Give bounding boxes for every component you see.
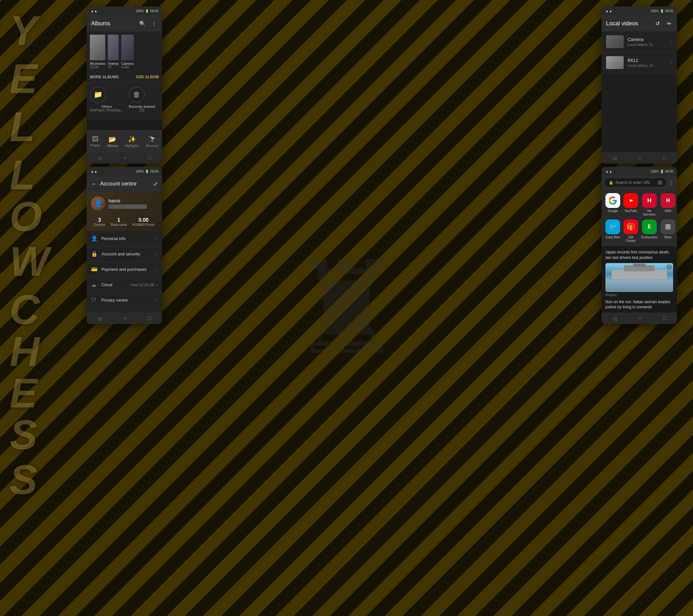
account-centre-title: Account centre bbox=[100, 181, 150, 187]
user-stats: 3 Devices 1 Bank cards 0.00 HUAWEI Point… bbox=[91, 214, 158, 226]
more-icon: ⊞ bbox=[660, 219, 675, 234]
album-camera[interactable]: Camera 5,082 bbox=[121, 35, 134, 69]
nav-photos[interactable]: 🖼 Photos bbox=[90, 135, 100, 147]
videos-list: Camera Local videos: 51 › B612 Local vid… bbox=[601, 32, 677, 73]
browser-app-grid: Google YouTube H He Services H HRS bbox=[601, 189, 677, 246]
video-arrow-b612: › bbox=[671, 60, 672, 65]
videos-back-nav[interactable]: ◁ bbox=[612, 155, 616, 161]
vt2-s: S bbox=[9, 411, 38, 459]
hrs-icon: H bbox=[660, 193, 675, 208]
account-back-nav[interactable]: ◁ bbox=[98, 315, 101, 321]
videos-app-bar: Local videos ↺ ✏ bbox=[601, 15, 677, 32]
videos-home-nav[interactable]: ○ bbox=[638, 155, 641, 161]
news-close-button-1[interactable]: × bbox=[667, 264, 672, 270]
browser-bar: 🔒 Search or enter URL 1 ⋮ bbox=[601, 176, 677, 189]
personal-info-icon: 👤 bbox=[91, 236, 98, 242]
highlights-nav-icon: ✨ bbox=[128, 135, 136, 143]
security-icon: 🔒 bbox=[91, 251, 98, 257]
account-header: ← Account centre ⤢ bbox=[87, 176, 162, 192]
news-image-1[interactable]: × bbox=[606, 263, 673, 292]
account-expand-button[interactable]: ⤢ bbox=[153, 181, 158, 187]
special-albums-row: 📁 Others WallPaper, WhatsApp... 🗑 Recent… bbox=[90, 82, 159, 117]
trash-icon: 🗑 bbox=[128, 87, 145, 103]
stat-devices: 3 Devices bbox=[94, 217, 105, 226]
nav-highlights[interactable]: ✨ Highlights bbox=[125, 135, 139, 147]
app-services[interactable]: H He Services bbox=[641, 193, 657, 216]
videos-refresh-button[interactable]: ↺ bbox=[654, 20, 661, 27]
albums-search-button[interactable]: 🔍 bbox=[139, 20, 146, 27]
news-source-1: Reuters bbox=[606, 293, 673, 297]
stat-bank-cards: 1 Bank cards bbox=[111, 217, 127, 226]
app-google[interactable]: Google bbox=[606, 193, 620, 216]
vt-e: E bbox=[9, 55, 38, 103]
app-youtube[interactable]: YouTube bbox=[623, 193, 638, 216]
stat-huawei-points: 0.00 HUAWEI Points bbox=[132, 217, 155, 226]
albums-more-button[interactable]: ⋮ bbox=[151, 20, 158, 27]
albums-battery-time: 100% 🔋 08:09 bbox=[135, 9, 158, 13]
url-input[interactable]: 🔒 Search or enter URL 1 bbox=[605, 178, 666, 187]
home-nav-btn[interactable]: ○ bbox=[123, 155, 126, 161]
account-home-nav[interactable]: ○ bbox=[123, 315, 126, 321]
videos-screen: ▲▲ 100% 🔋 08:08 Local videos ↺ ✏ Camera … bbox=[601, 6, 677, 164]
nav-discover[interactable]: 🔭 Discover bbox=[146, 135, 158, 147]
browser-nav-bar: ◁ ○ □ bbox=[601, 313, 677, 324]
add-album-button[interactable]: ADD ALBUM bbox=[136, 75, 159, 79]
album-all-photos[interactable]: All photos 23148 bbox=[90, 35, 105, 69]
menu-personal-info[interactable]: 👤 Personal info › bbox=[87, 231, 162, 246]
videos-recents-nav[interactable]: □ bbox=[663, 155, 666, 161]
albums-app-bar: Albums 🔍 ⋮ bbox=[87, 15, 162, 32]
app-gift-center[interactable]: 🎁 Gift Center bbox=[623, 219, 638, 242]
discover-nav-icon: 🔭 bbox=[148, 135, 156, 143]
menu-payment[interactable]: 💳 Payment and purchases › bbox=[87, 262, 162, 277]
video-thumb-camera bbox=[606, 35, 624, 48]
news-headline-1: Japan records first coronavirus death, t… bbox=[606, 250, 673, 260]
user-card: 👤 hanni 3 Devices 1 Bank cards 0.00 HUAW… bbox=[87, 192, 162, 231]
albums-screen: ▲▲ 100% 🔋 08:09 Albums 🔍 ⋮ All photos 23… bbox=[87, 6, 162, 164]
albums-nav-bar: ◁ ○ □ bbox=[87, 152, 162, 164]
app-hrs[interactable]: H HRS bbox=[660, 193, 675, 216]
browser-home-nav[interactable]: ○ bbox=[638, 315, 641, 321]
cloud-icon: ☁ bbox=[91, 282, 98, 288]
arrow-icon-4: › bbox=[156, 282, 158, 287]
app-enetscores[interactable]: E Enetscores bbox=[641, 219, 657, 242]
video-item-camera[interactable]: Camera Local videos: 51 › bbox=[601, 32, 677, 52]
account-back-button[interactable]: ← bbox=[91, 181, 97, 187]
vt2-c: C bbox=[9, 285, 40, 334]
back-nav-btn[interactable]: ◁ bbox=[98, 155, 101, 161]
app-early-bird[interactable]: 🐦 Early Bird bbox=[606, 219, 620, 242]
photos-nav-icon: 🖼 bbox=[92, 135, 99, 143]
menu-cloud[interactable]: ☁ Cloud Used 12.29 GB › bbox=[87, 277, 162, 293]
user-info-row: 👤 hanni bbox=[91, 196, 158, 211]
album-videos[interactable]: Videos 70 bbox=[108, 35, 118, 69]
nav-albums[interactable]: 📂 Albums bbox=[107, 135, 118, 147]
app-more[interactable]: ⊞ More bbox=[660, 219, 675, 242]
account-recents-nav[interactable]: □ bbox=[148, 315, 151, 321]
album-recently-deleted[interactable]: 🗑 Recently deleted 230 bbox=[128, 87, 155, 112]
account-nav-bar: ◁ ○ □ bbox=[87, 313, 162, 324]
account-status-bar: ▲▲ 100% 🔋 08:08 bbox=[87, 167, 162, 176]
albums-bottom-nav: 🖼 Photos 📂 Albums ✨ Highlights 🔭 Discove… bbox=[87, 130, 162, 152]
others-icon: 📁 bbox=[90, 87, 106, 103]
menu-privacy[interactable]: 🛡 Privacy centre › bbox=[87, 293, 162, 308]
video-item-b612[interactable]: B612 Local videos: 13 › bbox=[601, 52, 677, 73]
enetscores-icon: E bbox=[642, 219, 657, 234]
video-info-b612: B612 Local videos: 13 bbox=[628, 58, 671, 67]
browser-recents-nav[interactable]: □ bbox=[663, 315, 666, 321]
albums-actions: 🔍 ⋮ bbox=[139, 20, 158, 27]
videos-status-bar: ▲▲ 100% 🔋 08:08 bbox=[601, 6, 677, 15]
user-details: hanni bbox=[108, 198, 147, 209]
videos-edit-button[interactable]: ✏ bbox=[666, 20, 672, 27]
recents-nav-btn[interactable]: □ bbox=[148, 155, 151, 161]
tab-count-badge: 1 bbox=[658, 181, 662, 185]
arrow-icon-3: › bbox=[156, 267, 158, 272]
browser-back-nav[interactable]: ◁ bbox=[612, 315, 616, 321]
vt-o: O bbox=[9, 193, 42, 241]
vt-w: W bbox=[9, 237, 49, 285]
news-headline-2: Nun on the run: Italian woman evades jus… bbox=[606, 299, 673, 310]
browser-menu-button[interactable]: ⋮ bbox=[668, 179, 674, 186]
arrow-icon: › bbox=[156, 236, 158, 241]
menu-account-security[interactable]: 🔒 Account and security › bbox=[87, 246, 162, 262]
account-screen: ▲▲ 100% 🔋 08:08 ← Account centre ⤢ 👤 han… bbox=[87, 167, 162, 324]
album-others[interactable]: 📁 Others WallPaper, WhatsApp... bbox=[90, 87, 123, 112]
more-albums-row: MORE ALBUMS ADD ALBUM bbox=[90, 72, 159, 82]
